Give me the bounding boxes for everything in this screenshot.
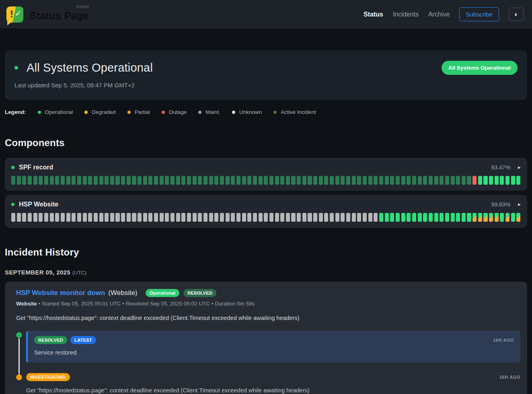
uptime-bar[interactable] [472, 213, 477, 222]
uptime-bar[interactable] [483, 213, 487, 222]
uptime-bar[interactable] [226, 213, 230, 222]
uptime-bar[interactable] [22, 176, 26, 185]
uptime-bar[interactable] [11, 176, 15, 185]
uptime-bar[interactable] [495, 213, 499, 222]
uptime-bar[interactable] [50, 213, 54, 222]
uptime-bar[interactable] [242, 213, 246, 222]
uptime-bar[interactable] [412, 176, 416, 185]
uptime-bar[interactable] [483, 176, 487, 185]
uptime-bar[interactable] [55, 176, 59, 185]
uptime-bar[interactable] [154, 213, 158, 222]
uptime-bar[interactable] [478, 176, 482, 185]
uptime-bar[interactable] [127, 176, 131, 185]
uptime-bar[interactable] [308, 176, 312, 185]
uptime-bar[interactable] [269, 213, 273, 222]
uptime-bar[interactable] [489, 213, 493, 222]
uptime-bar[interactable] [203, 176, 207, 185]
uptime-bar[interactable] [170, 176, 175, 185]
uptime-bar[interactable] [110, 176, 114, 185]
uptime-bar[interactable] [11, 213, 15, 222]
uptime-bar[interactable] [363, 213, 367, 222]
uptime-bar[interactable] [505, 213, 509, 222]
uptime-bar[interactable] [132, 176, 136, 185]
uptime-bar[interactable] [379, 176, 383, 185]
uptime-bar[interactable] [247, 176, 251, 185]
uptime-bar[interactable] [308, 213, 312, 222]
nav-item-status[interactable]: Status [364, 11, 383, 18]
uptime-bar[interactable] [324, 176, 328, 185]
uptime-bar[interactable] [231, 176, 235, 185]
uptime-bar[interactable] [500, 213, 504, 222]
uptime-bar[interactable] [429, 176, 433, 185]
uptime-bar[interactable] [198, 176, 202, 185]
uptime-bar[interactable] [511, 213, 515, 222]
uptime-bar[interactable] [291, 176, 295, 185]
uptime-bar[interactable] [451, 176, 455, 185]
uptime-bar[interactable] [154, 176, 158, 185]
uptime-bar[interactable] [352, 213, 356, 222]
uptime-bar[interactable] [22, 213, 26, 222]
uptime-bar[interactable] [88, 176, 92, 185]
brand[interactable]: ! ✓ hosted Status Page [6, 6, 88, 23]
uptime-bar[interactable] [385, 213, 389, 222]
uptime-bar[interactable] [148, 213, 152, 222]
uptime-bar[interactable] [368, 176, 372, 185]
uptime-bar[interactable] [407, 176, 411, 185]
uptime-bar[interactable] [505, 176, 509, 185]
uptime-bar[interactable] [451, 213, 455, 222]
uptime-bar[interactable] [313, 176, 317, 185]
uptime-bar[interactable] [324, 213, 328, 222]
uptime-bar[interactable] [341, 176, 345, 185]
theme-toggle-button[interactable]: ◐ [509, 8, 524, 21]
uptime-bar[interactable] [253, 176, 257, 185]
uptime-bar[interactable] [434, 176, 438, 185]
uptime-bar[interactable] [434, 213, 438, 222]
uptime-bar[interactable] [105, 213, 109, 222]
uptime-bar[interactable] [193, 213, 197, 222]
uptime-bar[interactable] [280, 176, 284, 185]
uptime-bar[interactable] [148, 176, 152, 185]
uptime-bar[interactable] [423, 176, 427, 185]
uptime-bar[interactable] [440, 213, 444, 222]
uptime-bar[interactable] [396, 176, 400, 185]
uptime-bar[interactable] [390, 176, 394, 185]
uptime-bar[interactable] [209, 176, 213, 185]
uptime-bar[interactable] [467, 176, 471, 185]
uptime-bar[interactable] [198, 213, 202, 222]
uptime-bar[interactable] [423, 213, 427, 222]
uptime-bar[interactable] [259, 213, 263, 222]
uptime-bar[interactable] [209, 213, 213, 222]
uptime-bar[interactable] [220, 176, 224, 185]
subscribe-button[interactable]: Subscribe [459, 7, 499, 21]
uptime-bar[interactable] [226, 176, 230, 185]
uptime-bar[interactable] [66, 213, 70, 222]
uptime-bar[interactable] [302, 213, 306, 222]
expand-arrow-icon[interactable]: ▶ [518, 165, 521, 169]
uptime-bar[interactable] [110, 213, 114, 222]
uptime-bar[interactable] [253, 213, 257, 222]
uptime-bar[interactable] [28, 176, 32, 185]
uptime-bar[interactable] [66, 176, 70, 185]
uptime-bar[interactable] [28, 213, 32, 222]
uptime-bar[interactable] [88, 213, 92, 222]
uptime-bar[interactable] [33, 213, 37, 222]
uptime-bar[interactable] [275, 176, 279, 185]
uptime-bar[interactable] [17, 213, 21, 222]
uptime-bar[interactable] [203, 213, 207, 222]
uptime-bar[interactable] [330, 176, 334, 185]
uptime-bar[interactable] [440, 176, 444, 185]
uptime-bar[interactable] [236, 213, 240, 222]
uptime-bar[interactable] [357, 176, 361, 185]
uptime-bar[interactable] [462, 213, 466, 222]
uptime-bar[interactable] [357, 213, 361, 222]
uptime-bar[interactable] [429, 213, 433, 222]
uptime-bar[interactable] [72, 213, 76, 222]
uptime-bar[interactable] [181, 176, 185, 185]
uptime-bar[interactable] [516, 176, 520, 185]
uptime-bar[interactable] [379, 213, 383, 222]
nav-item-incidents[interactable]: Incidents [393, 11, 419, 18]
uptime-bar[interactable] [50, 176, 54, 185]
uptime-bar[interactable] [275, 213, 279, 222]
uptime-bar[interactable] [231, 213, 235, 222]
uptime-bar[interactable] [368, 213, 372, 222]
